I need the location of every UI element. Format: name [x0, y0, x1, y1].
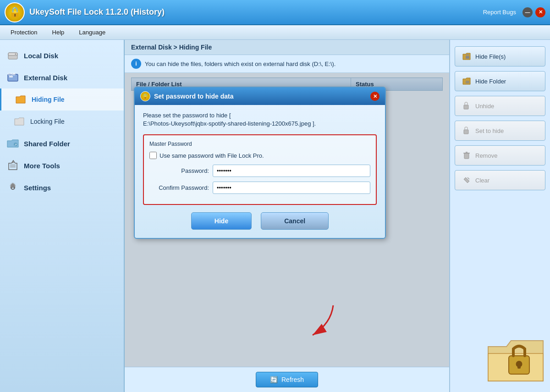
remove-label: Remove: [475, 152, 497, 159]
unhide-icon: [462, 101, 472, 111]
set-to-hide-icon: [462, 126, 472, 136]
lock-svg: [486, 321, 545, 386]
sidebar-item-local-disk[interactable]: Local Disk: [0, 44, 124, 66]
sidebar-item-hiding-file[interactable]: Hiding File: [0, 88, 124, 110]
svg-rect-16: [464, 130, 468, 134]
password-dialog: 🔒 Set password to hide data ✕ Please set…: [134, 87, 386, 239]
info-text: You can hide the files, folders which ex…: [145, 61, 336, 67]
arrow-indicator: [306, 301, 338, 344]
svg-point-2: [15, 54, 16, 55]
sidebar-item-settings[interactable]: Settings: [0, 177, 124, 199]
sidebar-external-disk-label: External Disk: [24, 74, 67, 82]
dialog-close-button[interactable]: ✕: [370, 92, 380, 101]
confirm-password-row: Confirm Password:: [149, 182, 370, 194]
same-password-checkbox[interactable]: [149, 152, 157, 159]
master-password-box: Master Password Use same password with F…: [143, 134, 377, 205]
unhide-label: Unhide: [475, 103, 494, 110]
dialog-buttons: Hide Cancel: [143, 212, 377, 230]
unhide-button[interactable]: Unhide: [455, 96, 545, 116]
title-bar: 🔒 UkeySoft File Lock 11.2.0 (History) Re…: [0, 0, 550, 25]
refresh-icon: 🔄: [270, 376, 278, 383]
cancel-button[interactable]: Cancel: [261, 212, 329, 230]
main-layout: Local Disk USB External Disk Hiding File: [0, 40, 550, 392]
info-bar: i You can hide the files, folders which …: [125, 55, 449, 73]
sidebar-shared-folder-label: Shared Folder: [24, 140, 70, 148]
hide-folder-icon: [462, 76, 472, 86]
dialog-body: Please set the password to hide [E:\Phot…: [135, 105, 385, 238]
hide-files-button[interactable]: Hide File(s): [455, 46, 545, 66]
remove-icon: [462, 150, 472, 160]
confirm-password-label: Confirm Password:: [149, 184, 209, 191]
clear-icon: [462, 175, 472, 185]
external-disk-icon: USB: [6, 71, 19, 84]
clear-label: Clear: [475, 177, 490, 184]
dialog-title-bar: 🔒 Set password to hide data ✕: [135, 88, 385, 105]
clear-button[interactable]: Clear: [455, 170, 545, 190]
confirm-password-input[interactable]: [213, 182, 370, 194]
app-logo: 🔒: [5, 2, 25, 22]
hide-folder-button[interactable]: Hide Folder: [455, 71, 545, 91]
right-panel: Hide File(s) Hide Folder Unhide: [449, 40, 550, 392]
password-row: Password:: [149, 165, 370, 177]
svg-point-8: [12, 161, 14, 163]
svg-rect-15: [464, 105, 468, 109]
dialog-overlay: 🔒 Set password to hide data ✕ Please set…: [125, 73, 449, 367]
dialog-title-icon: 🔒: [140, 91, 150, 101]
minimize-button[interactable]: —: [522, 7, 533, 17]
password-label: Password:: [149, 167, 209, 174]
sidebar: Local Disk USB External Disk Hiding File: [0, 40, 125, 392]
password-input[interactable]: [213, 165, 370, 177]
refresh-button[interactable]: 🔄 Refresh: [256, 372, 318, 387]
report-bugs-label: Report Bugs: [483, 9, 516, 16]
app-title: UkeySoft File Lock 11.2.0 (History): [29, 7, 483, 17]
dialog-title: Set password to hide data: [154, 93, 367, 100]
svg-rect-17: [464, 153, 469, 159]
menu-bar: Protection Help Language: [0, 25, 550, 40]
sidebar-item-more-tools[interactable]: More Tools: [0, 155, 124, 177]
refresh-label: Refresh: [281, 376, 304, 383]
sidebar-hiding-file-label: Hiding File: [32, 96, 65, 103]
shared-folder-icon: ↗: [6, 137, 19, 150]
locking-file-icon: [13, 115, 26, 128]
svg-line-20: [468, 177, 469, 179]
bottom-bar: 🔄 Refresh: [125, 367, 449, 392]
sidebar-settings-label: Settings: [24, 184, 51, 192]
more-tools-icon: [6, 159, 19, 172]
menu-language[interactable]: Language: [72, 27, 112, 38]
menu-help[interactable]: Help: [45, 27, 72, 38]
settings-icon: [6, 181, 19, 194]
hiding-file-icon: [14, 93, 27, 106]
set-to-hide-button[interactable]: Set to hide: [455, 121, 545, 141]
checkbox-row: Use same password with File Lock Pro.: [149, 152, 370, 159]
info-icon: i: [131, 59, 141, 69]
title-bar-controls: Report Bugs — ✕: [483, 7, 545, 17]
svg-text:↗: ↗: [14, 143, 17, 146]
sidebar-more-tools-label: More Tools: [24, 162, 60, 170]
remove-button[interactable]: Remove: [455, 145, 545, 166]
hide-files-icon: [462, 51, 472, 61]
sidebar-item-locking-file[interactable]: Locking File: [0, 110, 124, 133]
local-disk-icon: [6, 49, 19, 62]
svg-text:USB: USB: [8, 72, 16, 76]
breadcrumb: External Disk > Hiding File: [125, 40, 449, 55]
lock-illustration: [455, 195, 545, 386]
svg-rect-14: [466, 81, 469, 83]
menu-protection[interactable]: Protection: [4, 27, 44, 38]
hide-files-label: Hide File(s): [475, 53, 506, 60]
svg-rect-13: [466, 56, 469, 59]
content-area: External Disk > Hiding File i You can hi…: [125, 40, 449, 392]
dialog-description: Please set the password to hide [E:\Phot…: [143, 111, 377, 128]
sidebar-local-disk-label: Local Disk: [24, 52, 58, 60]
master-password-legend: Master Password: [149, 141, 370, 147]
sidebar-item-shared-folder[interactable]: ↗ Shared Folder: [0, 133, 124, 155]
close-button[interactable]: ✕: [535, 7, 545, 17]
set-to-hide-label: Set to hide: [475, 127, 504, 134]
table-area: File / Folder List Status 🔒 Set password…: [125, 73, 449, 367]
sidebar-item-external-disk[interactable]: USB External Disk: [0, 66, 124, 88]
svg-rect-23: [517, 364, 521, 369]
sidebar-locking-file-label: Locking File: [30, 118, 65, 125]
same-password-label[interactable]: Use same password with File Lock Pro.: [160, 152, 264, 159]
hide-button[interactable]: Hide: [191, 212, 252, 230]
hide-folder-label: Hide Folder: [475, 78, 506, 85]
